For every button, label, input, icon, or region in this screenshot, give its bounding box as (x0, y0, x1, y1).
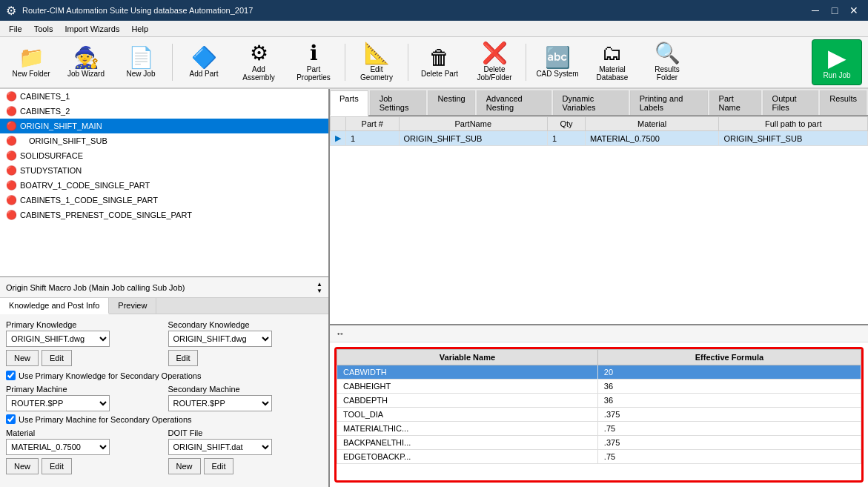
run-job-button[interactable]: ▶ Run Job (812, 39, 862, 85)
tree-item-cabinets-prenest[interactable]: 🔴 CABINETS_PRENEST_CODE_SINGLE_PART (0, 208, 328, 222)
cad-system-button[interactable]: 🔤 CAD System (532, 39, 583, 85)
variable-row[interactable]: CABDEPTH 36 (337, 394, 861, 408)
variable-row[interactable]: CABHEIGHT 36 (337, 380, 861, 394)
status-arrows[interactable]: ▲ ▼ (317, 281, 322, 294)
tree-area[interactable]: 🔴 CABINETS_1 🔴 CABINETS_2 🔴 ORIGIN_SHIFT… (0, 89, 328, 277)
titlebar-title: Router-CIM Automation Suite Using databa… (22, 6, 253, 15)
primary-knowledge-select[interactable]: ORIGIN_SHIFT.dwg (6, 331, 110, 347)
tree-item-studystation[interactable]: 🔴 STUDYSTATION (0, 163, 328, 178)
status-bar: Origin Shift Macro Job (Main Job calling… (0, 277, 328, 298)
doit-new-button[interactable]: New (168, 458, 201, 474)
tree-label-cabinets1: CABINETS_1 (20, 92, 70, 101)
material-database-button[interactable]: 🗂 Material Database (587, 39, 637, 85)
tab-nesting[interactable]: Nesting (428, 90, 474, 115)
tree-item-solidsurface[interactable]: 🔴 SOLIDSURFACE (0, 148, 328, 163)
variable-row[interactable]: BACKPANELTHI... .375 (337, 436, 861, 450)
new-folder-button[interactable]: 📁 New Folder (6, 39, 56, 85)
variable-row[interactable]: TOOL_DIA .375 (337, 408, 861, 422)
edit-geometry-button[interactable]: 📐 Edit Geometry (351, 39, 402, 85)
secondary-machine-select[interactable]: ROUTER.$PP (168, 395, 272, 411)
job-wizard-button[interactable]: 🧙 Job Wizard (61, 39, 111, 85)
var-name: CABHEIGHT (337, 380, 598, 394)
var-col-name[interactable]: Variable Name (337, 350, 598, 365)
tab-output-files[interactable]: Output Files (763, 90, 819, 115)
delete-part-button[interactable]: 🗑 Delete Part (414, 39, 465, 85)
secondary-knowledge-select[interactable]: ORIGIN_SHIFT.dwg (168, 331, 272, 347)
var-formula: 36 (597, 394, 861, 408)
secondary-machine-col: Secondary Machine ROUTER.$PP (168, 385, 323, 411)
delete-job-label: Delete Job/Folder (471, 65, 517, 82)
variables-table-area[interactable]: Variable Name Effective Formula CABWIDTH… (337, 349, 861, 480)
var-formula: .75 (597, 450, 861, 464)
material-select[interactable]: MATERIAL_0.7500 (6, 439, 110, 455)
tree-icon-origin-sub: 🔴 (6, 136, 17, 146)
primary-machine-select[interactable]: ROUTER.$PP (6, 395, 110, 411)
primary-knowledge-col: Primary Knowledge ORIGIN_SHIFT.dwg New E… (6, 320, 161, 366)
var-name: TOOL_DIA (337, 408, 598, 422)
col-header-part-num[interactable]: Part # (346, 117, 400, 131)
material-edit-button[interactable]: Edit (42, 458, 72, 474)
maximize-button[interactable]: □ (826, 2, 843, 19)
menu-file[interactable]: File (3, 23, 28, 35)
tree-item-cabinets2[interactable]: 🔴 CABINETS_2 (0, 104, 328, 119)
titlebar: ⚙ Router-CIM Automation Suite Using data… (0, 0, 868, 21)
tab-dynamic-variables[interactable]: Dynamic Variables (553, 90, 629, 115)
variable-row[interactable]: EDGETOBACKP... .75 (337, 450, 861, 464)
tab-job-settings[interactable]: Job Settings (370, 90, 427, 115)
col-header-part-name[interactable]: PartName (399, 117, 548, 131)
tab-results[interactable]: Results (820, 90, 867, 115)
tree-item-origin-shift-main[interactable]: 🔴 ORIGIN_SHIFT_MAIN (0, 119, 328, 133)
close-button[interactable]: ✕ (846, 2, 862, 19)
tab-parts[interactable]: Parts (330, 90, 368, 116)
secondary-knowledge-label: Secondary Knowledge (168, 320, 323, 329)
primary-knowledge-label: Primary Knowledge (6, 320, 161, 329)
run-btn-wrapper: ▶ Run Job (812, 39, 862, 85)
add-assembly-button[interactable]: ⚙ Add Assembly (233, 39, 284, 85)
table-row[interactable]: ▶ 1 ORIGIN_SHIFT_SUB 1 MATERIAL_0.7500 O… (331, 131, 868, 146)
menu-tools[interactable]: Tools (28, 23, 59, 35)
material-new-button[interactable]: New (6, 458, 39, 474)
col-header-material[interactable]: Material (585, 117, 719, 131)
variable-row[interactable]: MATERIALTHIC... .75 (337, 422, 861, 436)
doit-edit-button[interactable]: Edit (204, 458, 234, 474)
variable-row[interactable]: CABWIDTH 20 (337, 365, 861, 380)
tree-label-cabinets1-code: CABINETS_1_CODE_SINGLE_PART (20, 196, 158, 205)
tree-item-cabinets1-code[interactable]: 🔴 CABINETS_1_CODE_SINGLE_PART (0, 193, 328, 208)
tab-part-name[interactable]: Part Name (709, 90, 761, 115)
use-primary-machine-checkbox[interactable] (6, 414, 16, 424)
minimize-button[interactable]: ─ (807, 2, 824, 19)
primary-knowledge-new-button[interactable]: New (6, 350, 39, 366)
tab-preview[interactable]: Preview (109, 298, 156, 314)
tree-item-cabinets1[interactable]: 🔴 CABINETS_1 (0, 89, 328, 104)
toolbar-separator-2 (345, 44, 345, 81)
cad-system-icon: 🔤 (545, 47, 571, 68)
tab-printing-labels[interactable]: Printing and Labels (630, 90, 708, 115)
use-primary-knowledge-checkbox[interactable] (6, 371, 16, 380)
secondary-knowledge-edit-button[interactable]: Edit (168, 350, 199, 366)
menu-import-wizards[interactable]: Import Wizards (59, 23, 125, 35)
var-name: EDGETOBACKP... (337, 450, 598, 464)
menu-help[interactable]: Help (125, 23, 154, 35)
results-folder-button[interactable]: 🔍 Results Folder (642, 39, 692, 85)
tree-item-boatrv[interactable]: 🔴 BOATRV_1_CODE_SINGLE_PART (0, 178, 328, 193)
parts-table-area[interactable]: Part # PartName Qty Material Full path t… (330, 116, 868, 324)
delete-job-folder-button[interactable]: ❌ Delete Job/Folder (469, 39, 520, 85)
col-header-empty (331, 117, 346, 131)
toolbar-separator-3 (408, 44, 408, 81)
delete-part-label: Delete Part (421, 70, 458, 78)
tree-label-origin-main: ORIGIN_SHIFT_MAIN (20, 122, 102, 130)
col-header-qty[interactable]: Qty (548, 117, 586, 131)
var-col-formula[interactable]: Effective Formula (597, 350, 861, 365)
new-job-button[interactable]: 📄 New Job (116, 39, 166, 85)
primary-knowledge-edit-button[interactable]: Edit (42, 350, 72, 366)
tree-icon-prenest: 🔴 (6, 210, 17, 220)
part-properties-button[interactable]: ℹ Part Properties (288, 39, 339, 85)
tab-knowledge-post-info[interactable]: Knowledge and Post Info (0, 298, 109, 314)
add-part-button[interactable]: 🔷 Add Part (179, 39, 229, 85)
tree-icon-solid: 🔴 (6, 150, 17, 161)
use-primary-machine-label: Use Primary Machine for Secondary Operat… (19, 415, 192, 424)
tree-item-origin-shift-sub[interactable]: 🔴 ORIGIN_SHIFT_SUB (0, 133, 328, 148)
tab-advanced-nesting[interactable]: Advanced Nesting (477, 90, 551, 115)
col-header-path[interactable]: Full path to part (719, 117, 868, 131)
doit-file-select[interactable]: ORIGIN_SHIFT.dat (168, 439, 272, 455)
